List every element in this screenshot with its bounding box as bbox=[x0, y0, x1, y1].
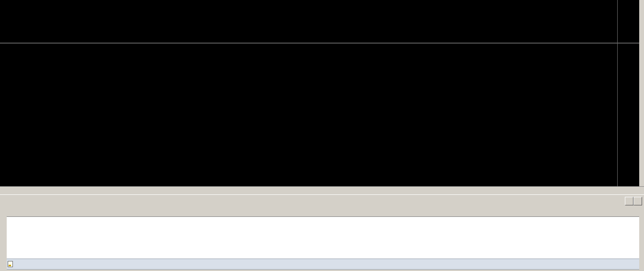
balance-icon bbox=[8, 261, 13, 267]
tab-scroll-left-button[interactable] bbox=[625, 197, 633, 205]
orders-grid bbox=[7, 206, 639, 259]
time-axis[interactable] bbox=[0, 186, 644, 195]
terminal-side-strip bbox=[0, 206, 7, 271]
chart-tab-strip bbox=[0, 195, 644, 206]
tab-scroll-right-button[interactable] bbox=[633, 197, 642, 205]
orders-grid-header bbox=[7, 206, 639, 217]
chart-region bbox=[0, 0, 644, 186]
equity-chart[interactable] bbox=[0, 44, 617, 186]
chart-tab-bar bbox=[0, 194, 644, 206]
price-chart[interactable] bbox=[0, 0, 617, 43]
terminal-close-button[interactable] bbox=[0, 206, 6, 212]
terminal-panel bbox=[0, 206, 644, 271]
chart-canvas[interactable] bbox=[0, 0, 639, 186]
price-scale[interactable] bbox=[617, 0, 640, 186]
account-summary-bar bbox=[7, 259, 639, 270]
